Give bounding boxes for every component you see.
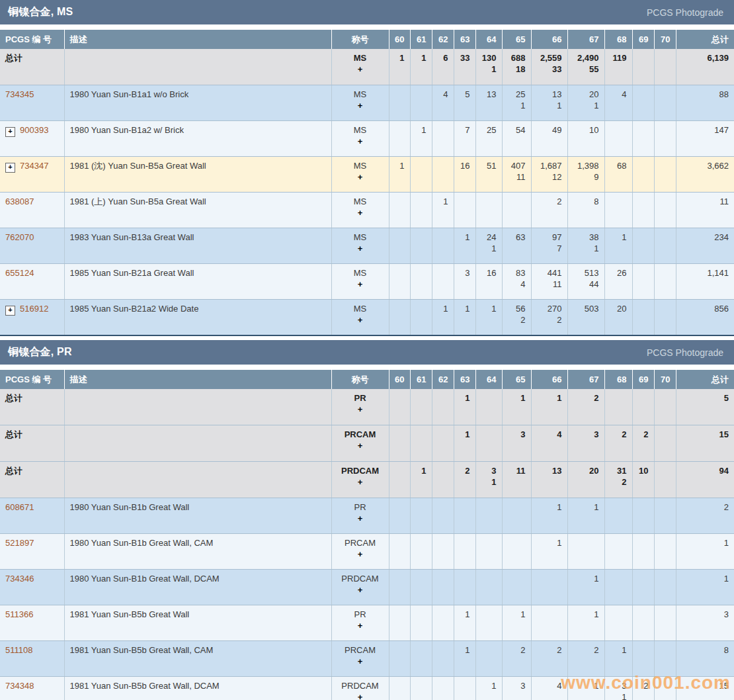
grade-67-count: 1 — [573, 502, 599, 513]
grade-69-cell — [632, 193, 654, 228]
grade-61-plus-count — [416, 64, 427, 75]
grade-66-count: 1 — [537, 502, 562, 513]
grade-62-plus-count — [438, 404, 448, 415]
grade-66-plus-count — [537, 621, 562, 631]
grade-70-count — [660, 502, 671, 513]
grade-66-cell — [531, 570, 567, 605]
grade-67-count: 2 — [573, 393, 599, 404]
grade-61-plus-count — [416, 441, 427, 451]
grade-64-plus-count — [481, 549, 497, 560]
pcgs-number-link[interactable]: 521897 — [5, 538, 34, 548]
pcgs-number-link[interactable]: 511366 — [5, 609, 33, 619]
table-row: +5169121985 Yuan Sun-B21a2 Wide DateMS+1… — [0, 300, 734, 336]
grade-60-plus-count — [395, 621, 405, 631]
designation-cell: MS+ — [331, 228, 389, 264]
grade-67-cell: 51344 — [567, 264, 604, 300]
report-sections: 铜镍合金, MSPCGS PhotogradePCGS 编 号描述称号60616… — [0, 0, 734, 700]
grade-70-plus-count — [660, 549, 671, 560]
pcgs-photograde-link[interactable]: PCGS Photograde — [647, 7, 723, 18]
grade-64-cell: 51 — [475, 157, 502, 193]
grade-63-plus-count — [460, 441, 470, 451]
plus-designation-label: + — [337, 243, 384, 254]
grade-63-plus-count — [460, 621, 470, 631]
grade-61-cell: 1 — [410, 49, 432, 85]
grade-61-count — [416, 232, 427, 243]
designation-cell: PR+ — [331, 389, 389, 425]
col-description: 描述 — [64, 370, 331, 389]
col-grade-68: 68 — [604, 370, 632, 389]
grade-68-cell — [604, 570, 632, 605]
pcgs-number-link[interactable]: 734345 — [5, 89, 34, 99]
grade-61-plus-count — [416, 656, 427, 667]
grade-67-plus-count: 1 — [573, 101, 599, 111]
grade-60-count — [395, 645, 405, 656]
pcgs-number-link[interactable]: 608671 — [5, 502, 34, 512]
grade-60-plus-count — [395, 513, 405, 524]
coin-description: 1985 Yuan Sun-B21a Great Wall — [70, 268, 194, 278]
grade-61-plus-count — [416, 136, 427, 147]
pcgs-number-link[interactable]: 511108 — [5, 645, 32, 655]
pcgs-number-link[interactable]: 516912 — [20, 304, 48, 314]
grade-65-cell: 251 — [502, 85, 531, 121]
grade-68-count — [610, 197, 627, 207]
designation-cell: PR+ — [331, 498, 389, 534]
grade-69-count — [638, 304, 649, 314]
pcgs-number-link[interactable]: 655124 — [5, 268, 34, 278]
expand-icon[interactable]: + — [5, 306, 15, 316]
grade-65-cell: 11 — [502, 462, 531, 498]
grade-69-cell — [632, 121, 654, 157]
grade-67-plus-count — [573, 585, 599, 595]
grade-62-plus-count — [438, 243, 448, 254]
grade-61-count — [416, 393, 427, 404]
col-grade-60: 60 — [389, 370, 410, 389]
grade-66-count: 2 — [537, 645, 562, 656]
pcgs-number-link[interactable]: 638087 — [5, 197, 34, 206]
plus-designation-label: + — [337, 441, 384, 451]
pcgs-number-link[interactable]: 900393 — [20, 125, 48, 135]
pcgs-number-link[interactable]: 734348 — [5, 681, 34, 691]
grade-66-plus-count — [537, 549, 562, 560]
grade-61-plus-count — [416, 243, 427, 254]
grade-69-count — [638, 53, 649, 64]
grade-62-count — [438, 429, 448, 440]
grade-66-count: 1 — [537, 538, 562, 548]
grade-62-plus-count — [438, 441, 448, 451]
grade-70-plus-count — [660, 656, 671, 667]
grade-66-cell: 2 — [531, 641, 567, 677]
pcgs-number-link[interactable]: 762070 — [5, 232, 34, 242]
grade-65-cell — [502, 193, 531, 228]
grade-69-plus-count — [638, 513, 649, 524]
grade-68-count — [610, 538, 627, 548]
pcgs-photograde-link[interactable]: PCGS Photograde — [647, 347, 723, 358]
grade-70-count — [660, 645, 671, 656]
grade-61-count — [416, 574, 427, 584]
col-grade-70: 70 — [654, 30, 676, 49]
coin-description: 1985 Yuan Sun-B21a2 Wide Date — [70, 304, 199, 314]
grade-60-plus-count — [395, 404, 405, 415]
col-grade-62: 62 — [432, 30, 454, 49]
grade-68-plus-count — [610, 243, 627, 254]
grade-61-plus-count — [416, 404, 427, 415]
grade-60-count — [395, 393, 405, 404]
section-title: 铜镍合金, MS — [8, 5, 73, 19]
grade-69-count — [638, 89, 649, 100]
grade-65-cell — [502, 534, 531, 570]
grade-69-count — [638, 645, 649, 656]
pcgs-number-link[interactable]: 734347 — [20, 161, 48, 171]
expand-icon[interactable]: + — [5, 127, 15, 137]
grade-65-count: 1 — [508, 393, 526, 404]
grade-63-cell: 1 — [454, 605, 475, 641]
grade-66-count: 1,687 — [537, 161, 562, 171]
table-body: 总计PR+11125总计PRCAM+13432215总计PRDCAM+12311… — [0, 389, 734, 700]
grade-63-cell: 1 — [454, 425, 475, 462]
plus-designation-label: + — [337, 101, 384, 111]
pcgs-number-link[interactable]: 734346 — [5, 574, 34, 584]
table-row: 7343481981 Yuan Sun-B5b Great Wall, DCAM… — [0, 677, 734, 700]
grade-62-count: 6 — [438, 53, 448, 64]
col-total: 总计 — [676, 370, 734, 389]
grade-61-count — [416, 609, 427, 620]
grade-68-count — [610, 502, 627, 513]
expand-icon[interactable]: + — [5, 163, 15, 173]
grade-67-cell: 10 — [567, 121, 604, 157]
grade-64-cell — [475, 605, 502, 641]
